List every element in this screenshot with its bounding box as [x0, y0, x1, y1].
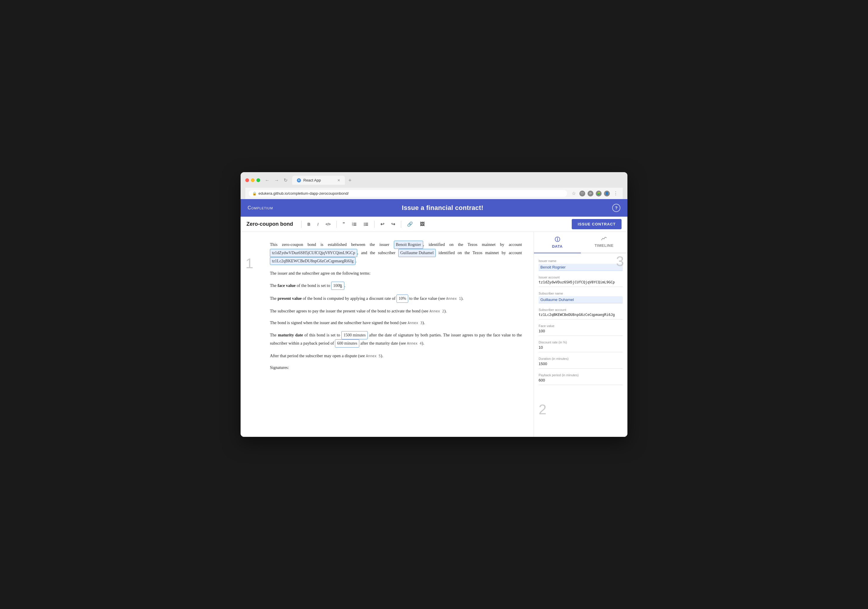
contract-para-terms: The issuer and the subscriber agree on t…: [270, 270, 522, 277]
annex-2-ref: Annex 2: [429, 309, 444, 313]
app-title: Issue a financial contract!: [402, 204, 483, 212]
issue-contract-button[interactable]: ISSUE CONTRACT: [572, 219, 622, 229]
duration-label: Duration (in minutes): [539, 357, 623, 360]
svg-rect-7: [365, 223, 368, 223]
reload-button[interactable]: ↻: [282, 177, 289, 184]
italic-button[interactable]: I: [315, 221, 321, 228]
traffic-lights: [245, 178, 260, 182]
toolbar-separator-2: [336, 221, 337, 228]
issuer-account-value: tz1dZydwVDuz6SH5jCUfCQjqV8YCQimL9GCp: [539, 280, 623, 287]
contract-para-present-value: The present value of the bond is compute…: [270, 295, 522, 303]
svg-rect-11: [365, 225, 368, 226]
svg-text:3.: 3.: [352, 224, 353, 226]
unordered-list-button[interactable]: [361, 221, 371, 228]
present-value-label: present value: [277, 296, 302, 301]
puzzle-extension-icon[interactable]: 🧩: [596, 191, 601, 196]
new-tab-button[interactable]: +: [346, 176, 354, 185]
discount-rate-group: Discount rate (in %) 10: [539, 340, 623, 352]
subscriber-account-label: Subscriber account: [539, 308, 623, 312]
maximize-traffic-light[interactable]: [256, 178, 260, 182]
duration-value: 1500: [539, 362, 623, 369]
contract-text: This zero-coupon bond is established bet…: [270, 241, 522, 371]
subscriber-account-group: Subscriber account tz1Lc2qBKEWCBeDU8npG6…: [539, 308, 623, 320]
annex-5-ref: Annex 5: [366, 354, 381, 358]
close-traffic-light[interactable]: [245, 178, 249, 182]
payback-period-value: 600: [539, 378, 623, 385]
tab-favicon: R: [297, 178, 301, 182]
titlebar: ← → ↻ R React App ✕ +: [245, 176, 623, 185]
subscriber-name-field[interactable]: Guillaume Duhamel: [398, 249, 436, 257]
back-button[interactable]: ←: [264, 177, 271, 184]
payback-period-field[interactable]: 600 minutes: [335, 339, 359, 348]
address-bar[interactable]: 🔒 edukera.github.io/completium-dapp-zero…: [249, 190, 567, 197]
duration-group: Duration (in minutes) 1500: [539, 357, 623, 369]
svg-rect-1: [353, 224, 356, 224]
payback-period-group: Payback period (in minutes) 600: [539, 373, 623, 385]
data-tab-label: DATA: [552, 244, 563, 249]
browser-actions: ☆ 🛡 ⟳ 🧩 👤 ⋮: [570, 190, 619, 197]
issuer-account-label: Issuer account: [539, 275, 623, 279]
issuer-name-label: Issuer name: [539, 259, 623, 263]
shield-extension-icon[interactable]: 🛡: [579, 191, 585, 196]
subscriber-account-field[interactable]: tz1Lc2qBKEWCBeDU8npG6zCeCqpmaegRi6Jg: [270, 257, 355, 265]
address-bar-row: 🔒 edukera.github.io/completium-dapp-zero…: [245, 188, 623, 199]
face-value-label: face value: [277, 283, 296, 288]
data-tab[interactable]: ⓘ DATA: [534, 232, 581, 253]
more-menu-button[interactable]: ⋮: [612, 190, 619, 197]
doc-title: Zero-coupon bond: [246, 221, 293, 227]
face-value-label-panel: Face value: [539, 324, 623, 328]
annotation-3: 3: [616, 253, 624, 269]
contract-para-subscriber-pay: The subscriber agrees to pay the issuer …: [270, 308, 522, 315]
help-button[interactable]: ?: [612, 204, 620, 212]
contract-para-dispute: After that period the subscriber may ope…: [270, 352, 522, 360]
issuer-name-field[interactable]: Benoit Rognier: [394, 241, 423, 249]
maturity-duration-field[interactable]: 1500 minutes: [341, 331, 368, 339]
panel-tabs: ⓘ DATA TIMELINE: [534, 232, 628, 253]
face-value-field[interactable]: 100ꜩ: [331, 282, 344, 290]
discount-rate-label: Discount rate (in %): [539, 340, 623, 344]
undo-button[interactable]: ↩: [378, 220, 386, 228]
ordered-list-button[interactable]: 1.2.3.: [350, 221, 359, 228]
browser-window: ← → ↻ R React App ✕ + 🔒 edukera.github.i…: [240, 172, 628, 437]
contract-para-bond-signed: The bond is signed when the issuer and t…: [270, 319, 522, 326]
avatar-icon[interactable]: 👤: [604, 191, 610, 196]
svg-point-8: [364, 224, 364, 224]
svg-rect-2: [353, 225, 356, 226]
lock-icon: 🔒: [252, 192, 257, 196]
metamask-extension-icon[interactable]: ⟳: [587, 191, 594, 196]
face-value-group: Face value 100: [539, 324, 623, 336]
payback-period-label: Payback period (in minutes): [539, 373, 623, 377]
tab-close-button[interactable]: ✕: [337, 178, 340, 182]
image-button[interactable]: 🖼: [418, 221, 427, 228]
subscriber-account-value: tz1Lc2qBKEWCBeDU8npG6zCeCqpmaegRi6Jg: [539, 313, 623, 320]
subscriber-name-value: Guillaume Duhamel: [539, 296, 623, 303]
forward-button[interactable]: →: [273, 177, 280, 184]
active-tab[interactable]: R React App ✕: [292, 176, 345, 185]
code-button[interactable]: </>: [323, 221, 333, 227]
app-content: Completium Issue a financial contract! ?…: [240, 199, 628, 437]
main-layout: 1 This zero-coupon bond is established b…: [240, 232, 628, 437]
discount-rate-value: 10: [539, 345, 623, 352]
timeline-tab[interactable]: TIMELINE: [581, 232, 628, 253]
quote-button[interactable]: ": [340, 221, 347, 228]
annotation-2: 2: [534, 396, 628, 424]
data-tab-icon: ⓘ: [555, 236, 560, 243]
minimize-traffic-light[interactable]: [251, 178, 255, 182]
toolbar: Zero-coupon bond B I </> " 1.2.3.: [240, 217, 628, 232]
discount-rate-field[interactable]: 10%: [397, 295, 408, 303]
tab-label: React App: [303, 178, 321, 182]
nav-buttons: ← → ↻: [264, 177, 289, 184]
redo-button[interactable]: ↪: [389, 220, 397, 228]
bookmark-button[interactable]: ☆: [570, 190, 577, 197]
annex-3-ref: Annex 3: [408, 321, 423, 325]
bold-button[interactable]: B: [305, 221, 313, 228]
link-button[interactable]: 🔗: [405, 220, 415, 228]
issuer-account-group: Issuer account tz1dZydwVDuz6SH5jCUfCQjqV…: [539, 275, 623, 287]
maturity-label: maturity date: [278, 332, 303, 337]
contract-para-maturity: The maturity date of this bond is set to…: [270, 331, 522, 348]
right-panel: ⓘ DATA TIMELINE 3: [534, 232, 628, 437]
svg-rect-0: [353, 223, 356, 223]
toolbar-separator-1: [301, 221, 302, 228]
issuer-account-field[interactable]: tz1dZydwVDuz6SH5jCUfCQjqV8YCQimL9GCp: [270, 249, 357, 257]
contract-area: This zero-coupon bond is established bet…: [258, 232, 534, 437]
